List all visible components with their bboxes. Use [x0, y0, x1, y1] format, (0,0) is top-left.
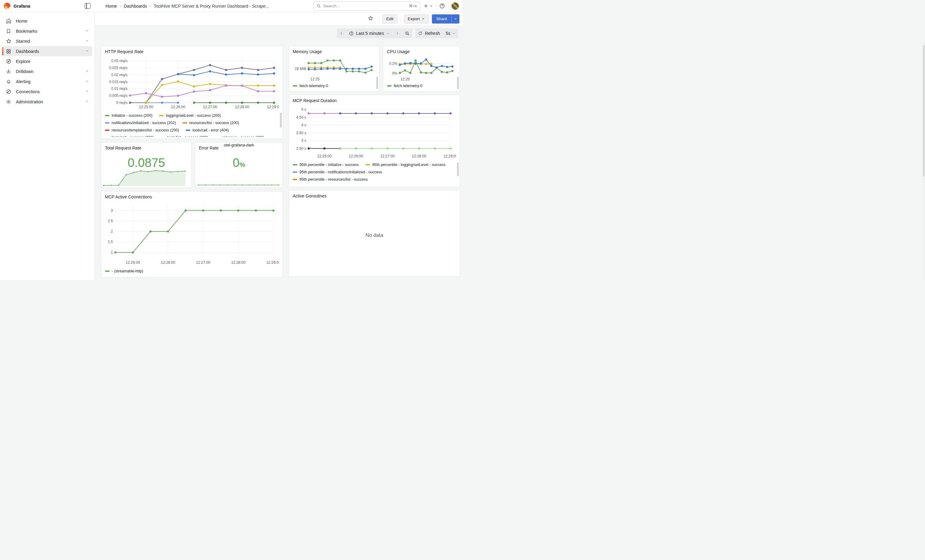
legend-item[interactable]: notifications/initialized - success (202… — [105, 121, 176, 125]
error-rate-sparkline[interactable] — [197, 173, 281, 186]
mcp-active-connections-chart[interactable]: 32.521.5112:25:0012:26:0012:27:0012:28:0… — [105, 200, 279, 267]
edit-button[interactable]: Edit — [383, 14, 397, 24]
help-button[interactable] — [439, 3, 445, 9]
legend-scrollbar[interactable] — [457, 162, 459, 176]
panel-memory-usage: Memory Usage 16 MiB12:25 fetch-telemetry… — [289, 46, 379, 92]
sidebar-item-label: Dashboards — [16, 49, 39, 54]
legend-item[interactable]: unknown - success (200) — [215, 135, 264, 137]
legend-label: tools/call - success (200) — [111, 135, 154, 137]
mcp-request-duration-chart[interactable]: 5 s4.50 s4 s3.50 s3 s2.50 s12:25:0012:26… — [293, 104, 456, 161]
legend-item[interactable]: tools/call - error (404) — [186, 128, 229, 132]
breadcrumb-separator: › — [120, 4, 121, 8]
export-button[interactable]: Export — [404, 14, 429, 24]
breadcrumb-home[interactable]: Home — [105, 4, 117, 9]
sidebar-item-dashboards[interactable]: Dashboards — [3, 46, 92, 56]
svg-text:0 req/s: 0 req/s — [116, 101, 128, 105]
time-range-picker[interactable]: Last 5 minutes — [346, 29, 392, 38]
sidebar-item-connections[interactable]: Connections — [3, 87, 92, 97]
panel-title[interactable]: HTTP Request Rate — [105, 49, 279, 55]
sidebar-item-label: Home — [16, 19, 27, 24]
legend-item[interactable]: fetch-telemetry-0 — [293, 84, 328, 88]
panel-title[interactable]: MCP Request Duration — [293, 98, 456, 104]
legend-item[interactable]: 95th percentile - initialize - success — [293, 163, 359, 167]
sidebar-item-home[interactable]: Home — [3, 16, 92, 26]
breadcrumb-dashboards[interactable]: Dashboards — [124, 4, 147, 9]
search-placeholder: Search... — [323, 4, 340, 8]
user-avatar[interactable] — [452, 3, 459, 10]
search-input[interactable]: Search... ⌘+k — [313, 2, 420, 11]
legend-item[interactable]: resources/list - success (200) — [182, 121, 239, 125]
svg-text:12:25:00: 12:25:00 — [317, 154, 331, 158]
sidebar-toggle-icon[interactable] — [85, 3, 90, 9]
legend-item[interactable]: 95th percentile - notifications/initiali… — [293, 170, 382, 174]
svg-text:2.50 s: 2.50 s — [296, 146, 306, 151]
legend-item[interactable]: - (streamable-http) — [105, 269, 143, 273]
cpu-legend: fetch-telemetry-0 — [387, 82, 456, 90]
share-label: Share — [436, 17, 447, 21]
legend-item[interactable]: tools/call - success (200) — [105, 135, 154, 137]
grafana-logo[interactable] — [4, 3, 11, 9]
refresh-button[interactable]: Refresh — [416, 29, 443, 38]
share-button[interactable]: Share — [432, 14, 452, 24]
legend-label: resources/templates/list - success (200) — [111, 128, 179, 132]
legend-item[interactable]: initialize - success (200) — [105, 113, 152, 118]
legend-chip — [105, 270, 110, 272]
legend-label: tools/call - error (404) — [193, 128, 229, 132]
memory-usage-chart[interactable]: 16 MiB12:25 — [293, 55, 375, 82]
nav-right: Search... ⌘+k — [313, 2, 462, 11]
panel-title[interactable]: Total Request Rate — [105, 145, 188, 151]
legend-item[interactable]: logging/setLevel - success (200) — [159, 113, 220, 118]
chevron-down-icon — [85, 39, 89, 44]
sidebar-item-explore[interactable]: Explore — [3, 56, 92, 66]
share-dropdown-button[interactable] — [452, 14, 459, 24]
svg-text:0%: 0% — [392, 71, 398, 75]
sidebar-item-administration[interactable]: Administration — [3, 97, 92, 107]
legend-scrollbar[interactable] — [280, 113, 282, 128]
legend-chip — [105, 122, 110, 124]
panel-title[interactable]: Memory Usage — [293, 49, 375, 55]
dashboard-grid: HTTP Request Rate 0 req/s0.005 req/s0.01… — [95, 41, 462, 280]
sidebar-item-bookmarks[interactable]: Bookmarks — [3, 26, 92, 36]
legend-label: 95th percentile - logging/setLevel - suc… — [372, 163, 446, 167]
sidebar-item-label: Alerting — [16, 79, 30, 84]
sidebar-item-starred[interactable]: Starred — [3, 36, 92, 46]
legend-item[interactable]: 95th percentile - logging/setLevel - suc… — [366, 163, 446, 167]
sidebar-item-label: Bookmarks — [16, 29, 37, 34]
http-request-rate-chart[interactable]: 0 req/s0.005 req/s0.01 req/s0.015 req/s0… — [105, 55, 279, 112]
sidebar-item-drilldown[interactable]: Drilldown — [3, 66, 92, 77]
drilldown-icon — [6, 69, 12, 75]
time-shift-forward-button[interactable] — [393, 29, 402, 38]
legend-item[interactable]: tools/list - success (200) — [161, 135, 208, 137]
cpu-usage-chart[interactable]: 0.2%0%12:25 — [387, 55, 456, 82]
chevron-down-icon — [422, 17, 425, 21]
favorite-star-icon[interactable] — [368, 15, 374, 22]
chevron-down-icon — [85, 79, 89, 84]
refresh-interval-label: 5s — [446, 31, 450, 36]
refresh-group: Refresh 5s — [416, 29, 458, 38]
connections-legend: - (streamable-http) — [105, 267, 279, 275]
legend-chip — [182, 122, 187, 124]
add-button[interactable] — [423, 3, 433, 9]
legend-item[interactable]: resources/templates/list - success (200) — [105, 128, 179, 132]
legend-item[interactable]: fetch-telemetry-0 — [387, 84, 422, 88]
svg-text:0.02 req/s: 0.02 req/s — [111, 73, 128, 77]
search-shortcut: ⌘+k — [409, 4, 417, 8]
time-shift-back-button[interactable] — [337, 29, 346, 38]
legend-label: tools/list - success (200) — [167, 135, 208, 137]
panel-title[interactable]: MCP Active Connections — [105, 194, 279, 200]
zoom-out-button[interactable] — [402, 29, 412, 38]
panel-title[interactable]: Active Goroutines — [293, 193, 456, 199]
panel-title[interactable]: CPU Usage — [387, 49, 456, 55]
sidebar-item-alerting[interactable]: Alerting — [3, 77, 92, 87]
legend-scrollbar[interactable] — [376, 77, 378, 89]
legend-scrollbar[interactable] — [457, 77, 459, 89]
legend-item[interactable]: 95th percentile - resources/list - succe… — [293, 177, 368, 182]
svg-text:12:28:00: 12:28:00 — [231, 260, 246, 265]
svg-text:12:25: 12:25 — [401, 77, 410, 81]
legend-chip — [105, 130, 110, 131]
refresh-interval-dropdown[interactable]: 5s — [443, 29, 458, 38]
legend-item[interactable]: 95th percentile - resources/templates/li… — [293, 185, 386, 185]
svg-text:3.50 s: 3.50 s — [296, 131, 306, 135]
svg-text:3 s: 3 s — [301, 138, 306, 143]
dashboards-icon — [6, 48, 12, 54]
